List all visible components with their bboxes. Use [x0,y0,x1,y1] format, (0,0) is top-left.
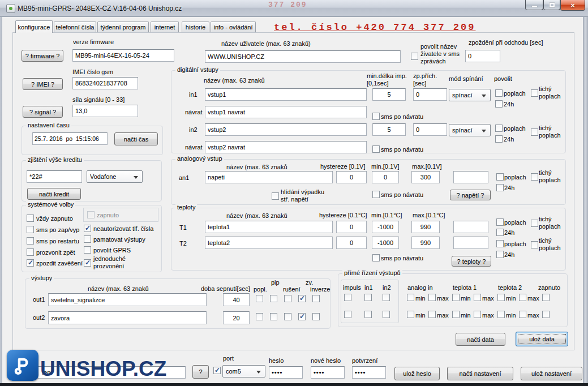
operator-select[interactable]: Vodafone [87,170,143,183]
t1-poplach-checkbox[interactable] [496,218,504,226]
checkbox-pamatovat-vystupy[interactable] [84,235,91,243]
port-select[interactable]: com5 [222,365,265,378]
an1-max-field[interactable] [411,171,440,183]
t2-name-field[interactable] [205,237,333,249]
r1-in2-checkbox[interactable] [383,294,390,301]
tab-konfigurace[interactable]: konfigurace [15,20,53,33]
an1-name-field[interactable] [205,171,333,183]
in1-24h-checkbox[interactable] [495,100,503,108]
signal-field[interactable] [72,105,138,117]
out1-name-field[interactable] [48,293,207,306]
title-bar[interactable]: MB95-mini-GPRS- 2048EX-CZ V:16-04-06 Uni… [0,0,588,17]
an1-min-field[interactable] [372,171,399,183]
out1-inverze-checkbox[interactable] [312,295,320,302]
checkbox-allow-name-in-sms[interactable] [411,53,418,60]
checkbox-zpozdit-zaveseni[interactable] [27,259,34,267]
close-button[interactable]: × [560,0,585,11]
in1-sms-checkbox[interactable] [372,113,380,120]
out1-duration-field[interactable] [223,293,250,306]
in2-minlen-field[interactable] [372,123,406,136]
confirm-field[interactable] [352,366,386,379]
out2-popl-checkbox[interactable] [256,313,263,320]
in2-mode-select[interactable]: spínací [449,124,491,136]
tab-internet[interactable]: internet [151,22,179,32]
out2-pip-checkbox[interactable] [270,313,277,320]
t2-min-field[interactable] [372,237,399,249]
in1-return-name-field[interactable] [205,106,367,118]
load-credit-button[interactable]: načti kredit [27,188,81,200]
out2-duration-field[interactable] [223,311,250,324]
checkbox-sms-po-restartu[interactable] [27,237,34,245]
an1-hyst-field[interactable] [336,171,367,183]
r2-t1-min-checkbox[interactable] [452,311,460,318]
query-signal-button[interactable]: ? signál ? [23,106,63,118]
out2-ruseni-checkbox[interactable] [284,313,291,320]
checkbox-povolit-gprs[interactable] [84,246,91,254]
r2-analog-max-checkbox[interactable] [428,311,436,318]
r1-t1-min-checkbox[interactable] [452,294,460,301]
in2-return-name-field[interactable] [205,141,367,153]
save-data-button[interactable]: ulož data [516,332,568,346]
save-password-button[interactable]: ulož heslo [394,367,440,380]
query-imei-button[interactable]: ? IMEI ? [23,78,63,90]
unishop-logo[interactable] [7,350,38,381]
r1-t2-min-checkbox[interactable] [497,294,505,301]
t1-24h-checkbox[interactable] [496,229,504,236]
r2-in1-checkbox[interactable] [364,311,372,318]
tab-historie[interactable]: historie [182,22,209,32]
checkbox-prozvonit-zpet[interactable] [27,248,34,256]
query-voltage-button[interactable]: ? napětí ? [450,190,491,200]
query-temps-button[interactable]: ? teploty ? [452,256,491,267]
in1-mode-select[interactable]: spínací [449,89,491,101]
out2-zv-checkbox[interactable] [298,313,306,320]
in1-poplach-checkbox[interactable] [495,89,503,97]
new-password-field[interactable] [311,366,345,379]
in2-name-field[interactable] [205,123,367,136]
in2-sms-checkbox[interactable] [372,145,380,153]
save-settings-button[interactable]: ulož nastavení [521,367,582,380]
in1-delay-field[interactable] [413,88,447,101]
t1-hyst-field[interactable] [336,221,367,233]
checkbox-jednoduche-prozvoneni[interactable] [84,259,91,267]
temps-sms-checkbox[interactable] [372,254,380,261]
r1-t1-max-checkbox[interactable] [474,294,481,301]
r1-t2-max-checkbox[interactable] [519,294,526,301]
out1-pip-checkbox[interactable] [270,295,277,302]
user-name-field[interactable] [205,50,401,63]
time-field[interactable] [32,132,108,145]
r1-in1-checkbox[interactable] [364,294,372,301]
t1-name-field[interactable] [205,221,333,233]
tab-telefonni-cisla[interactable]: telefonní čísla [54,22,96,32]
imei-field[interactable] [72,77,138,89]
r2-t1-max-checkbox[interactable] [474,311,481,318]
load-time-button[interactable]: načti čas [114,132,158,145]
query-firmware-button[interactable]: ? firmware ? [22,50,63,62]
minimize-button[interactable] [525,0,543,10]
checkbox-sms-po-zapvyp[interactable] [27,226,34,233]
an1-current-field[interactable] [453,171,488,183]
in1-minlen-field[interactable] [372,88,406,101]
r2-t2-min-checkbox[interactable] [497,311,505,318]
in1-name-field[interactable] [205,88,367,101]
r2-impuls-checkbox[interactable] [344,311,351,318]
in2-24h-checkbox[interactable] [495,135,503,143]
r2-t2-max-checkbox[interactable] [519,311,526,318]
t1-tichy-checkbox[interactable] [531,220,538,227]
tab-info-ovladani[interactable]: info - ovládání [211,22,256,32]
t2-max-field[interactable] [411,237,440,249]
checkbox-neautorizovat[interactable] [84,225,91,232]
out1-ruseni-checkbox[interactable] [284,295,291,302]
an1-poplach-checkbox[interactable] [496,173,504,181]
tab-tydenni-program[interactable]: týdenní program [97,22,149,32]
r1-analog-min-checkbox[interactable] [407,294,414,301]
r1-impuls-checkbox[interactable] [344,294,351,301]
firmware-field[interactable] [72,49,174,62]
help-button[interactable]: ? [192,365,209,379]
r1-analog-max-checkbox[interactable] [428,294,436,301]
in2-poplach-checkbox[interactable] [495,125,503,132]
t2-tichy-checkbox[interactable] [531,241,538,248]
an1-tichy-checkbox[interactable] [531,173,538,181]
t1-current-field[interactable] [453,221,488,233]
t1-max-field[interactable] [411,221,440,233]
in2-tichy-checkbox[interactable] [531,128,538,136]
